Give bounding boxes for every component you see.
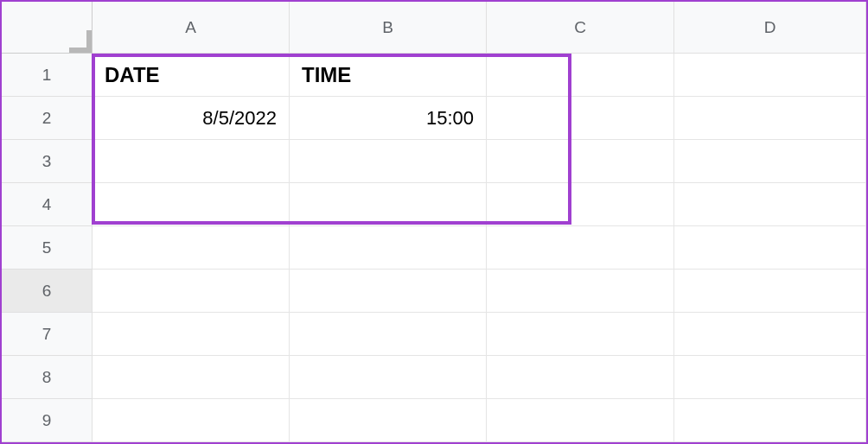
col-header-B[interactable]: B xyxy=(290,2,487,54)
cell-D1[interactable] xyxy=(674,54,866,97)
cell-A5[interactable] xyxy=(93,226,290,270)
cell-C9[interactable] xyxy=(487,399,674,442)
cell-D6[interactable] xyxy=(674,270,866,313)
row-header-9[interactable]: 9 xyxy=(2,399,93,442)
cell-B9[interactable] xyxy=(290,399,487,442)
cell-A8[interactable] xyxy=(93,356,290,399)
row-header-4[interactable]: 4 xyxy=(2,183,93,226)
cell-D5[interactable] xyxy=(674,226,866,270)
cell-B6[interactable] xyxy=(290,270,487,313)
cell-B2[interactable]: 15:00 xyxy=(290,97,487,140)
row-header-7[interactable]: 7 xyxy=(2,313,93,356)
spreadsheet-grid[interactable]: A B C D 1 DATE TIME 2 8/5/2022 15:00 3 4… xyxy=(2,2,866,442)
cell-C2[interactable] xyxy=(487,97,674,140)
select-all-corner[interactable] xyxy=(2,2,93,54)
cell-A2[interactable]: 8/5/2022 xyxy=(93,97,290,140)
cell-A1[interactable]: DATE xyxy=(93,54,290,97)
cell-C1[interactable] xyxy=(487,54,674,97)
cell-D9[interactable] xyxy=(674,399,866,442)
row-header-5[interactable]: 5 xyxy=(2,226,93,270)
cell-D8[interactable] xyxy=(674,356,866,399)
cell-B5[interactable] xyxy=(290,226,487,270)
cell-C6[interactable] xyxy=(487,270,674,313)
row-header-8[interactable]: 8 xyxy=(2,356,93,399)
cell-D4[interactable] xyxy=(674,183,866,226)
row-header-2[interactable]: 2 xyxy=(2,97,93,140)
cell-C4[interactable] xyxy=(487,183,674,226)
cell-B4[interactable] xyxy=(290,183,487,226)
cell-A3[interactable] xyxy=(93,140,290,183)
cell-C3[interactable] xyxy=(487,140,674,183)
cell-B3[interactable] xyxy=(290,140,487,183)
row-header-6[interactable]: 6 xyxy=(2,270,93,313)
cell-C8[interactable] xyxy=(487,356,674,399)
cell-B1[interactable]: TIME xyxy=(290,54,487,97)
row-header-3[interactable]: 3 xyxy=(2,140,93,183)
col-header-D[interactable]: D xyxy=(674,2,866,54)
cell-D3[interactable] xyxy=(674,140,866,183)
cell-A6[interactable] xyxy=(93,270,290,313)
col-header-C[interactable]: C xyxy=(487,2,674,54)
cell-D2[interactable] xyxy=(674,97,866,140)
cell-B7[interactable] xyxy=(290,313,487,356)
cell-A7[interactable] xyxy=(93,313,290,356)
cell-C5[interactable] xyxy=(487,226,674,270)
cell-A4[interactable] xyxy=(93,183,290,226)
col-header-A[interactable]: A xyxy=(93,2,290,54)
cell-A9[interactable] xyxy=(93,399,290,442)
cell-C7[interactable] xyxy=(487,313,674,356)
cell-B8[interactable] xyxy=(290,356,487,399)
cell-D7[interactable] xyxy=(674,313,866,356)
row-header-1[interactable]: 1 xyxy=(2,54,93,97)
